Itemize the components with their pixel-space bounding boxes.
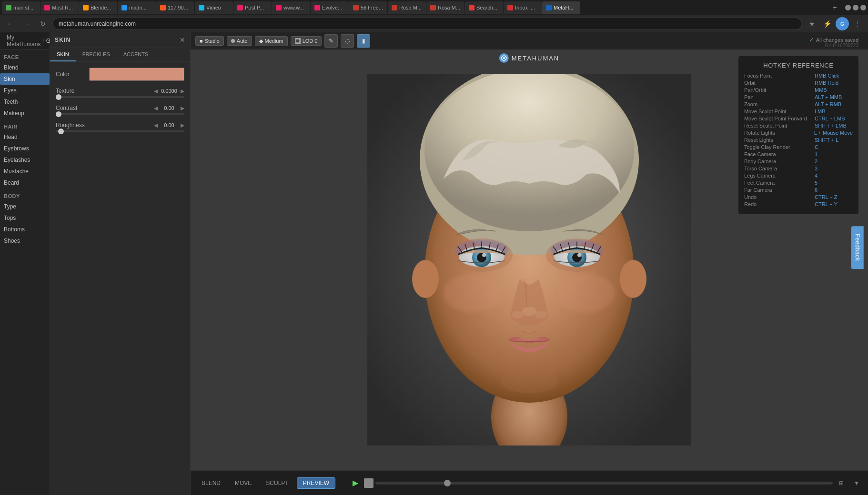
hotkey-key-1: RMB Hold: [815, 80, 853, 86]
profile-btn[interactable]: G: [836, 17, 849, 30]
tab-freckles[interactable]: FRECKLES: [76, 48, 117, 61]
panel-header: SKIN ✕: [50, 32, 190, 48]
texture-track[interactable]: [56, 96, 184, 98]
sidebar-body-item-bottoms[interactable]: Bottoms: [0, 224, 50, 235]
quality-icon: ◆: [259, 38, 263, 44]
contrast-arrow-right[interactable]: ▶: [181, 105, 184, 111]
roughness-arrow-left[interactable]: ◀: [154, 122, 158, 129]
sidebar-face-item-makeup[interactable]: Makeup: [0, 108, 50, 119]
close-btn[interactable]: [860, 5, 866, 10]
svg-point-27: [522, 307, 536, 316]
color-swatch[interactable]: [89, 68, 184, 81]
reload-btn[interactable]: ↻: [36, 17, 50, 30]
color-row: Color: [56, 68, 184, 81]
lod-badge[interactable]: LOD 0: [291, 36, 322, 46]
sidebar-face-item-skin[interactable]: Skin: [0, 73, 50, 85]
version-id: 0.4.0-16709723: [825, 43, 858, 48]
back-btn[interactable]: ←: [4, 17, 17, 30]
sidebar-body-item-tops[interactable]: Tops: [0, 212, 50, 224]
browser-tab-13[interactable]: Inbox I...: [504, 1, 542, 14]
sidebar-face-item-eyes[interactable]: Eyes: [0, 85, 50, 96]
icon-btn-1[interactable]: ✎: [324, 34, 338, 48]
browser-tab-12[interactable]: Search...: [465, 1, 503, 14]
hotkey-action-15: Feet Camera: [744, 180, 775, 186]
new-tab-button[interactable]: +: [829, 3, 841, 12]
sidebar-face-item-blend[interactable]: Blend: [0, 62, 50, 73]
save-status: ✓ All changes saved: [809, 36, 858, 43]
svg-point-29: [500, 293, 501, 294]
browser-tab-3[interactable]: madri...: [118, 1, 156, 14]
browser-tab-0[interactable]: man st...: [2, 1, 40, 14]
hotkey-key-6: CTRL + LMB: [815, 116, 853, 121]
icon-btn-3[interactable]: ▮: [357, 34, 370, 48]
hotkey-action-12: Body Camera: [744, 158, 776, 164]
browser-tab-9[interactable]: 56 Free...: [349, 1, 387, 14]
contrast-value: 0.00: [160, 105, 179, 111]
preview-mode-btn[interactable]: PREVIEW: [297, 477, 335, 489]
browser-tab-2[interactable]: Blende...: [79, 1, 117, 14]
contrast-value-row: ◀ 0.00 ▶: [154, 105, 184, 111]
grid-view-btn[interactable]: ⊞: [835, 476, 848, 490]
hotkey-key-11: 1: [815, 151, 853, 157]
hotkey-row-14: Legs Camera 4: [744, 173, 853, 178]
bookmark-btn[interactable]: ★: [805, 17, 818, 30]
sidebar-body-item-shoes[interactable]: Shoes: [0, 235, 50, 247]
contrast-arrow-left[interactable]: ◀: [154, 105, 158, 111]
sidebar-hair-item-eyelashes[interactable]: Eyelashes: [0, 154, 50, 166]
timeline-track[interactable]: [375, 482, 833, 485]
sidebar-body-item-type[interactable]: Type: [0, 201, 50, 212]
nav-actions: ★ ⚡ G ⋮: [805, 17, 864, 30]
play-btn[interactable]: ▶: [349, 476, 362, 490]
timeline-handle[interactable]: [444, 480, 451, 486]
studio-btn[interactable]: ■ Studio: [195, 36, 224, 46]
forward-btn[interactable]: →: [20, 17, 33, 30]
minimize-btn[interactable]: [845, 5, 851, 10]
address-bar[interactable]: [52, 18, 802, 30]
contrast-track[interactable]: [56, 113, 184, 115]
tab-accents[interactable]: ACCENTS: [117, 48, 155, 61]
browser-tab-11[interactable]: Rosa M...: [426, 1, 464, 14]
roughness-thumb[interactable]: [58, 129, 64, 134]
tab-skin[interactable]: SKIN: [50, 48, 76, 61]
sidebar-hair-item-head[interactable]: Head: [0, 131, 50, 143]
roughness-arrow-right[interactable]: ▶: [181, 122, 184, 129]
browser-tab-6[interactable]: Post P...: [233, 1, 272, 14]
extensions-btn[interactable]: ⚡: [820, 17, 834, 30]
studio-icon: ■: [200, 38, 203, 44]
browser-tab-7[interactable]: www.w...: [272, 1, 310, 14]
browser-tab-1[interactable]: Most R...: [40, 1, 79, 14]
texture-thumb[interactable]: [56, 94, 61, 100]
hotkey-row-15: Feet Camera 5: [744, 180, 853, 186]
sculpt-mode-btn[interactable]: SCULPT: [260, 477, 294, 489]
menu-btn[interactable]: ⋮: [851, 17, 864, 30]
panel-close-btn[interactable]: ✕: [180, 36, 185, 44]
grid-chevron-btn[interactable]: ▼: [850, 476, 863, 490]
roughness-track[interactable]: [56, 130, 184, 132]
feedback-btn[interactable]: Feedback: [851, 226, 863, 269]
medium-btn[interactable]: ◆ Medium: [255, 36, 288, 46]
breadcrumb-parent[interactable]: My MetaHumans: [7, 34, 40, 48]
sidebar-hair-item-mustache[interactable]: Mustache: [0, 166, 50, 177]
hotkey-key-8: L + Mouse Move: [814, 130, 853, 136]
browser-tab-10[interactable]: Rosa M...: [388, 1, 426, 14]
move-mode-btn[interactable]: MOVE: [229, 477, 258, 489]
sidebar-hair-item-eyebrows[interactable]: Eyebrows: [0, 143, 50, 154]
browser-tab-14[interactable]: MetaH...: [542, 1, 580, 14]
hotkey-row-10: Toggle Clay Render C: [744, 144, 853, 150]
blend-mode-btn[interactable]: BLEND: [195, 477, 227, 489]
browser-tab-4[interactable]: 117,90...: [156, 1, 194, 14]
browser-tab-8[interactable]: Evolve...: [311, 1, 349, 14]
texture-arrow-right[interactable]: ▶: [181, 88, 184, 94]
hotkey-key-0: RMB Click: [815, 73, 853, 79]
sidebar-face-item-teeth[interactable]: Teeth: [0, 96, 50, 108]
auto-btn[interactable]: Auto: [227, 36, 252, 46]
stop-btn[interactable]: [364, 478, 373, 488]
sidebar-hair-item-beard[interactable]: Beard: [0, 177, 50, 188]
browser-tab-5[interactable]: Vimeo: [195, 1, 233, 14]
icon-btn-2[interactable]: ◌: [341, 34, 354, 48]
texture-arrow-left[interactable]: ◀: [154, 88, 158, 94]
contrast-thumb[interactable]: [56, 111, 61, 117]
maximize-btn[interactable]: [853, 5, 858, 10]
hotkey-key-17: CTRL + Z: [815, 194, 853, 200]
body-section-header: BODY: [0, 188, 50, 201]
